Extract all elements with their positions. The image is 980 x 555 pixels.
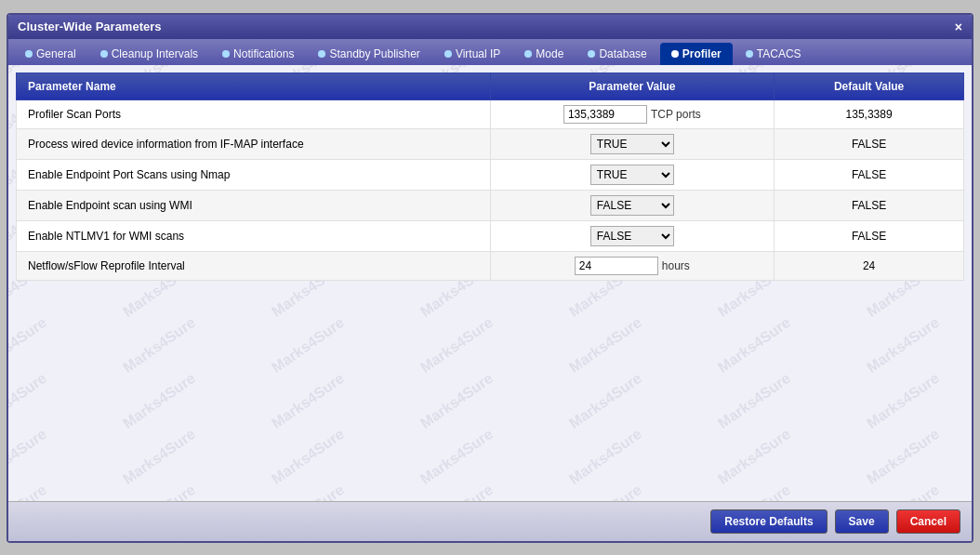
param-value-cell: hours [490, 251, 775, 280]
param-value-select[interactable]: TRUEFALSE [590, 195, 674, 216]
param-value-input[interactable] [563, 105, 647, 124]
param-name: Process wired device information from IF… [17, 128, 491, 159]
param-default: 24 [775, 251, 964, 280]
content-area: Marks4SureMarks4SureMarks4SureMarks4Sure… [8, 65, 972, 501]
table-row: Profiler Scan PortsTCP ports135,3389 [17, 99, 964, 128]
param-unit: TCP ports [651, 108, 701, 121]
col-header-param-value: Parameter Value [490, 73, 775, 99]
watermark-text: Marks4Sure [417, 369, 497, 431]
param-value-select[interactable]: TRUEFALSE [590, 226, 674, 246]
param-value-select[interactable]: TRUEFALSE [590, 134, 674, 154]
param-name: Enable NTLMV1 for WMI scans [17, 220, 491, 251]
param-name: Profiler Scan Ports [17, 99, 491, 128]
watermark-text: Marks4Sure [864, 369, 943, 431]
param-value-select[interactable]: TRUEFALSE [590, 165, 674, 185]
watermark-text: Marks4Sure [8, 425, 50, 487]
tab-cleanup-intervals[interactable]: Cleanup Intervals [89, 43, 209, 65]
watermark-text: Marks4Sure [120, 425, 199, 487]
param-default: FALSE [775, 159, 964, 190]
param-value-cell: TCP ports [490, 99, 775, 128]
watermark-text: Marks4Sure [417, 425, 497, 487]
table-row: Enable NTLMV1 for WMI scansTRUEFALSEFALS… [17, 220, 964, 251]
param-value-input[interactable] [575, 257, 658, 275]
tabs-bar: GeneralCleanup IntervalsNotificationsSta… [8, 39, 972, 65]
watermark-text: Marks4Sure [120, 369, 199, 431]
table-row: Process wired device information from IF… [17, 128, 964, 159]
param-value-cell: TRUEFALSE [490, 128, 775, 159]
watermark-text: Marks4Sure [120, 481, 199, 500]
title-bar: Cluster-Wide Parameters × [8, 15, 972, 39]
window-title: Cluster-Wide Parameters [18, 20, 162, 33]
close-button[interactable]: × [955, 20, 962, 34]
watermark-text: Marks4Sure [566, 369, 645, 431]
table-row: Netflow/sFlow Reprofile Intervalhours24 [17, 251, 964, 280]
param-default: 135,3389 [775, 99, 964, 128]
watermark-text: Marks4Sure [715, 425, 794, 487]
col-header-default-value: Default Value [775, 73, 964, 99]
table-container: Parameter Name Parameter Value Default V… [8, 65, 972, 288]
watermark-text: Marks4Sure [269, 313, 348, 376]
watermark-text: Marks4Sure [8, 481, 50, 500]
tab-general[interactable]: General [14, 43, 87, 65]
main-window: Cluster-Wide Parameters × GeneralCleanup… [7, 13, 973, 543]
table-row: Enable Endpoint Port Scans using NmapTRU… [17, 159, 964, 190]
param-name: Enable Endpoint Port Scans using Nmap [17, 159, 491, 190]
watermark-text: Marks4Sure [8, 313, 50, 376]
watermark-text: Marks4Sure [417, 481, 497, 500]
param-default: FALSE [775, 220, 964, 251]
param-value-cell: TRUEFALSE [490, 220, 775, 251]
watermark-text: Marks4Sure [566, 481, 645, 500]
watermark-text: Marks4Sure [864, 481, 943, 500]
tab-tacacs[interactable]: TACACS [735, 43, 813, 65]
watermark-text: Marks4Sure [120, 313, 199, 376]
param-name: Enable Endpoint scan using WMI [17, 190, 491, 220]
param-name: Netflow/sFlow Reprofile Interval [17, 251, 491, 280]
param-default: FALSE [775, 128, 964, 159]
watermark-text: Marks4Sure [269, 481, 348, 500]
param-unit: hours [662, 259, 690, 272]
watermark-text: Marks4Sure [715, 481, 794, 500]
footer-bar: Restore Defaults Save Cancel [8, 501, 972, 541]
tab-mode[interactable]: Mode [513, 43, 575, 65]
watermark-text: Marks4Sure [715, 313, 794, 376]
tab-standby-publisher[interactable]: Standby Publisher [307, 43, 430, 65]
watermark-text: Marks4Sure [269, 425, 348, 487]
params-table: Parameter Name Parameter Value Default V… [16, 73, 964, 281]
cancel-button[interactable]: Cancel [896, 509, 960, 534]
param-default: FALSE [775, 190, 964, 220]
tab-notifications[interactable]: Notifications [211, 43, 305, 65]
tab-virtual-ip[interactable]: Virtual IP [433, 43, 511, 65]
watermark-text: Marks4Sure [417, 313, 497, 376]
watermark-text: Marks4Sure [566, 425, 645, 487]
watermark-text: Marks4Sure [269, 369, 348, 431]
tab-profiler[interactable]: Profiler [660, 43, 733, 65]
watermark-text: Marks4Sure [864, 313, 943, 376]
restore-defaults-button[interactable]: Restore Defaults [710, 509, 827, 534]
watermark-text: Marks4Sure [864, 425, 943, 487]
watermark-text: Marks4Sure [8, 369, 50, 431]
col-header-param-name: Parameter Name [17, 73, 491, 99]
param-value-cell: TRUEFALSE [490, 190, 775, 220]
watermark-text: Marks4Sure [715, 369, 794, 431]
watermark-text: Marks4Sure [566, 313, 645, 376]
save-button[interactable]: Save [835, 509, 889, 534]
table-row: Enable Endpoint scan using WMITRUEFALSEF… [17, 190, 964, 220]
param-value-cell: TRUEFALSE [490, 159, 775, 190]
tab-database[interactable]: Database [576, 43, 657, 65]
